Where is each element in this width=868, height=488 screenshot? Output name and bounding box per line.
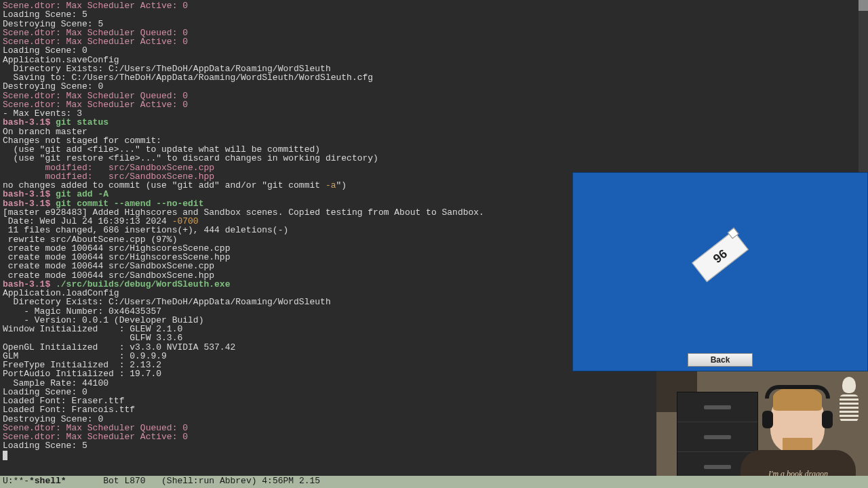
terminal-line: Loading Scene: 5 — [3, 10, 865, 19]
terminal-line: Destroying Scene: 0 — [3, 82, 865, 91]
modeline-spacer4 — [294, 476, 299, 487]
modeline-buffer: *shell* — [29, 476, 66, 487]
terminal-line: Changes not staged for commit: — [3, 136, 865, 145]
back-button-label: Back — [711, 355, 730, 365]
cursor-icon — [3, 451, 7, 460]
game-window: 96 Back — [572, 172, 868, 371]
terminal-line: Scene.dtor: Max Scheduler Queued: 0 — [3, 28, 865, 37]
terminal-line: bash-3.1$ git status — [3, 118, 865, 127]
modeline-spacer1 — [66, 476, 104, 487]
terminal-line: On branch master — [3, 127, 865, 136]
modeline-spacer2 — [146, 476, 161, 487]
modeline-modified: U:**- — [3, 476, 29, 487]
terminal-line: Directory Exists: C:/Users/TheDoH/AppDat… — [3, 64, 865, 73]
terminal-line: Scene.dtor: Max Scheduler Active: 0 — [3, 100, 865, 109]
tile-value: 96 — [711, 246, 730, 266]
terminal-line: Application.saveConfig — [3, 56, 865, 64]
emacs-modeline: U:**- *shell* Bot L870 (Shell:run Abbrev… — [0, 476, 868, 488]
terminal-line: Scene.dtor: Max Scheduler Active: 0 — [3, 37, 865, 46]
terminal-line: - Max Events: 3 — [3, 109, 865, 118]
streamer-avatar: I'm a book dragon — [738, 385, 867, 488]
shell-command: git status — [56, 117, 108, 127]
terminal-line: (use "git add <file>..." to update what … — [3, 145, 865, 154]
terminal-line: Scene.dtor: Max Scheduler Active: 0 — [3, 1, 865, 10]
modeline-position: Bot L870 — [103, 476, 145, 487]
terminal-line: Loading Scene: 0 — [3, 46, 865, 55]
scrollbar-thumb[interactable] — [859, 0, 868, 11]
terminal-line: Scene.dtor: Max Scheduler Queued: 0 — [3, 92, 865, 100]
game-tile[interactable]: 96 — [692, 230, 749, 281]
terminal-line: modified: src/SandboxScene.cpp — [3, 163, 865, 172]
modeline-time: 4:56PM — [262, 476, 294, 487]
modeline-load: 2.15 — [299, 476, 320, 487]
modeline-mode: (Shell:run Abbrev) — [161, 476, 256, 487]
modeline-spacer3 — [257, 476, 262, 487]
terminal-line: Destroying Scene: 5 — [3, 20, 865, 28]
shell-prompt: bash-3.1$ — [3, 117, 56, 127]
back-button[interactable]: Back — [688, 353, 753, 367]
terminal-line: (use "git restore <file>..." to discard … — [3, 154, 865, 163]
terminal-line: Saving to: C:/Users/TheDoH/AppData/Roami… — [3, 73, 865, 82]
webcam-overlay: I'm a book dragon — [656, 371, 868, 488]
